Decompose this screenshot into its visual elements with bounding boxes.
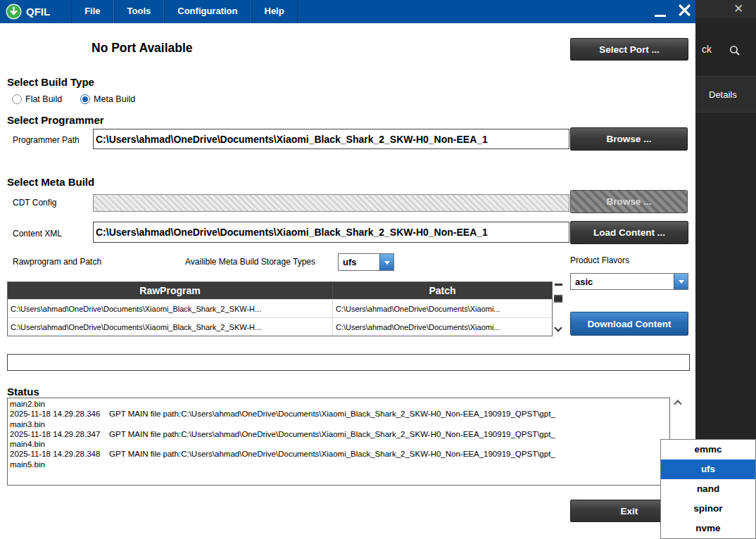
product-flavors-combo[interactable]: asic <box>570 273 688 290</box>
background-details-panel: Details <box>695 76 756 113</box>
programmer-path-field[interactable]: C:\Users\ahmad\OneDrive\Documents\Xiaomi… <box>93 129 569 149</box>
port-status: No Port Available <box>92 41 193 56</box>
dropdown-item-emmc[interactable]: emmc <box>661 440 755 459</box>
dropdown-item-nvme[interactable]: nvme <box>661 519 755 538</box>
app-title: QFIL <box>26 0 50 23</box>
storage-type-combo[interactable]: ufs <box>338 253 394 271</box>
radio-flat-build[interactable] <box>12 94 22 104</box>
menu-tools[interactable]: Tools <box>114 0 165 23</box>
rawprogram-cell: C:\Users\ahmad\OneDrive\Documents\Xiaomi… <box>8 300 333 317</box>
dropdown-item-spinor[interactable]: spinor <box>661 499 755 519</box>
column-header-patch: Patch <box>333 282 552 299</box>
status-line: 2025-11-18 14.29.28.347 GPT MAIN file pa… <box>10 429 667 439</box>
storage-type-value: ufs <box>339 254 379 270</box>
status-heading: Status <box>7 386 39 398</box>
programmer-browse-button[interactable]: Browse ... <box>570 127 688 151</box>
table-row[interactable]: C:\Users\ahmad\OneDrive\Documents\Xiaomi… <box>8 317 552 336</box>
minimize-button[interactable] <box>650 0 670 23</box>
status-line: 2025-11-18 14.29.28.346 GPT MAIN file pa… <box>10 409 667 419</box>
status-log[interactable]: main2.bin 2025-11-18 14.29.28.346 GPT MA… <box>7 398 670 486</box>
background-titlebar <box>695 0 756 18</box>
menu-file[interactable]: File <box>71 0 113 23</box>
column-header-rawprogram: RawProgram <box>8 282 333 299</box>
dropdown-item-ufs[interactable]: ufs <box>661 459 755 479</box>
table-scroll-down-button[interactable] <box>555 325 561 331</box>
titlebar: QFIL File Tools Configuration Help <box>0 0 695 23</box>
rawprogram-patch-table: RawProgram Patch C:\Users\ahmad\OneDrive… <box>7 281 553 336</box>
list-icon <box>554 295 562 303</box>
minimize-icon <box>655 15 666 17</box>
table-collapse-button[interactable] <box>555 284 562 286</box>
close-button[interactable] <box>673 0 695 23</box>
patch-cell: C:\Users\ahmad\OneDrive\Documents\Xiaomi… <box>333 318 552 336</box>
tab-details[interactable]: Details <box>709 89 737 100</box>
qfil-app-icon <box>6 4 22 20</box>
patch-cell: C:\Users\ahmad\OneDrive\Documents\Xiaomi… <box>333 300 552 317</box>
status-line: main3.bin <box>10 419 667 429</box>
rawprogram-cell: C:\Users\ahmad\OneDrive\Documents\Xiaomi… <box>8 318 333 336</box>
status-line: main2.bin <box>10 399 667 409</box>
storage-types-label: Availible Meta Build Storage Types <box>185 257 315 267</box>
cdt-config-field <box>93 194 569 212</box>
cdt-config-label: CDT Config <box>13 198 56 208</box>
screen: ✕ ck Details QFIL File Tools <box>0 0 756 539</box>
status-scroll-up-button[interactable] <box>675 401 681 407</box>
status-line: main4.bin <box>10 439 667 449</box>
content-xml-field[interactable]: C:\Users\ahmad\OneDrive\Documents\Xiaomi… <box>93 222 569 243</box>
select-port-button[interactable]: Select Port ... <box>570 38 688 61</box>
load-content-button[interactable]: Load Content ... <box>570 221 688 244</box>
programmer-heading: Select Programmer <box>7 114 104 126</box>
radio-flat-build-label: Flat Build <box>25 94 62 104</box>
background-partial-text: ck <box>702 44 712 55</box>
storage-combo-arrow-icon[interactable] <box>379 254 393 270</box>
meta-build-heading: Select Meta Build <box>7 176 94 188</box>
background-close-icon[interactable]: ✕ <box>733 1 743 17</box>
menu-configuration[interactable]: Configuration <box>164 0 251 23</box>
build-type-heading: Select Build Type <box>7 76 94 88</box>
chevron-down-icon <box>554 324 562 331</box>
radio-meta-build[interactable] <box>80 94 90 104</box>
storage-type-dropdown-list: emmc ufs nand spinor nvme <box>660 439 756 539</box>
table-header-row: RawProgram Patch <box>8 282 552 299</box>
programmer-path-label: Programmer Path <box>13 135 80 145</box>
close-icon <box>677 3 692 20</box>
chevron-up-icon <box>674 400 681 407</box>
rawprogram-patch-label: Rawprogram and Patch <box>13 257 101 267</box>
cdt-browse-button: Browse ... <box>570 190 688 213</box>
minus-icon <box>555 284 562 286</box>
flavors-combo-arrow-icon[interactable] <box>674 274 688 289</box>
menu-help[interactable]: Help <box>251 0 298 23</box>
menubar: File Tools Configuration Help <box>71 0 298 23</box>
status-line: 2025-11-18 14.29.28.348 GPT MAIN file pa… <box>10 449 667 459</box>
status-line: main5.bin <box>10 459 667 469</box>
content-xml-label: Content XML <box>13 229 62 239</box>
dropdown-item-nand[interactable]: nand <box>661 479 755 499</box>
build-type-options: Flat Build Meta Build <box>12 94 135 104</box>
download-content-button[interactable]: Download Content <box>570 312 688 336</box>
radio-meta-build-label: Meta Build <box>94 94 135 104</box>
product-flavors-label: Product Flavors <box>570 255 629 265</box>
progress-bar <box>7 354 690 371</box>
search-icon[interactable] <box>729 45 741 56</box>
table-row[interactable]: C:\Users\ahmad\OneDrive\Documents\Xiaomi… <box>8 299 552 317</box>
qfil-window: QFIL File Tools Configuration Help No Po… <box>0 0 695 539</box>
product-flavor-value: asic <box>571 274 674 289</box>
table-list-button[interactable] <box>554 295 562 303</box>
